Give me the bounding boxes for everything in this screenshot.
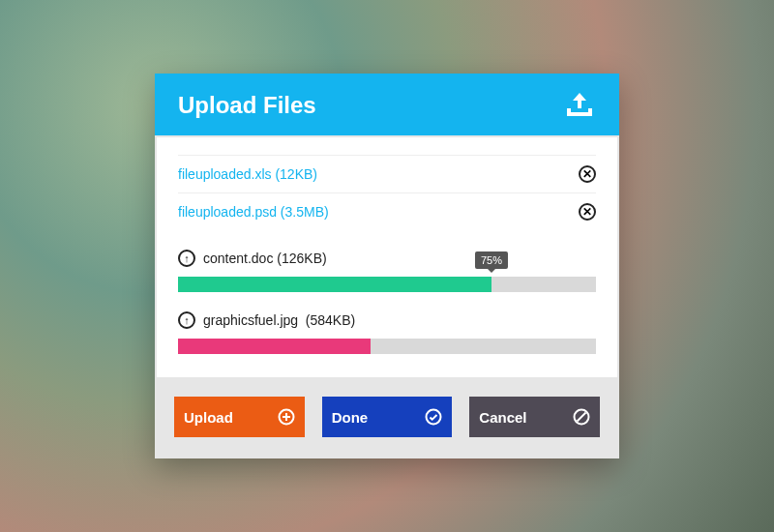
progress-fill xyxy=(178,339,371,354)
progress-tooltip: 75% xyxy=(475,251,508,269)
close-icon: ✕ xyxy=(582,205,592,219)
progress-fill xyxy=(178,277,491,292)
upload-icon xyxy=(563,91,596,120)
cancel-circle-icon xyxy=(573,408,590,426)
remove-file-button[interactable]: ✕ xyxy=(579,203,596,221)
progress-bar: 46% xyxy=(178,339,596,354)
completed-file-label: fileuploaded.psd (3.5MB) xyxy=(178,204,329,220)
modal-header: Upload Files xyxy=(155,74,619,135)
close-icon: ✕ xyxy=(582,167,592,181)
cancel-button[interactable]: Cancel xyxy=(469,397,600,437)
svg-line-3 xyxy=(578,413,586,422)
check-circle-icon xyxy=(425,408,442,426)
upload-modal: Upload Files fileuploaded.xls (12KB) ✕ f… xyxy=(155,74,619,458)
svg-point-1 xyxy=(427,410,441,425)
uploading-file-block: ↑ content.doc (126KB) 75% xyxy=(178,250,596,292)
completed-file-row: fileuploaded.xls (12KB) ✕ xyxy=(178,155,596,192)
plus-circle-icon xyxy=(278,408,295,426)
modal-body: fileuploaded.xls (12KB) ✕ fileuploaded.p… xyxy=(157,137,617,377)
progress-track xyxy=(178,339,596,354)
done-button[interactable]: Done xyxy=(322,397,453,437)
arrow-up-icon: ↑ xyxy=(178,250,195,267)
button-label: Done xyxy=(332,409,369,426)
uploading-file-block: ↑ graphicsfuel.jpg (584KB) 46% xyxy=(178,311,596,354)
remove-file-button[interactable]: ✕ xyxy=(579,165,596,183)
button-label: Cancel xyxy=(479,409,526,426)
modal-title: Upload Files xyxy=(178,92,316,119)
uploading-file-head: ↑ graphicsfuel.jpg (584KB) xyxy=(178,311,596,329)
completed-file-label: fileuploaded.xls (12KB) xyxy=(178,166,317,182)
arrow-up-icon: ↑ xyxy=(178,311,195,329)
progress-track xyxy=(178,277,596,292)
uploading-file-head: ↑ content.doc (126KB) xyxy=(178,250,596,267)
button-label: Upload xyxy=(184,409,233,426)
modal-footer: Upload Done Cancel xyxy=(155,379,619,458)
uploading-file-label: graphicsfuel.jpg (584KB) xyxy=(203,312,355,328)
uploading-file-label: content.doc (126KB) xyxy=(203,251,327,266)
progress-bar: 75% xyxy=(178,277,596,292)
upload-button[interactable]: Upload xyxy=(174,397,305,437)
completed-file-row: fileuploaded.psd (3.5MB) ✕ xyxy=(178,192,596,230)
